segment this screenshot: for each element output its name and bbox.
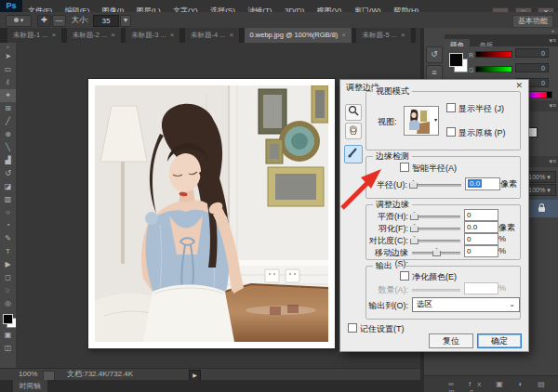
subtract-from-selection-button[interactable]: —: [52, 15, 66, 27]
shift-edge-input[interactable]: 0: [464, 245, 498, 257]
brush-tool[interactable]: ╲: [0, 141, 16, 154]
feather-unit: 像素: [498, 222, 515, 234]
hand-tool[interactable]: ☞: [0, 284, 16, 297]
open-document-photo[interactable]: [88, 79, 335, 348]
screen-mode-button[interactable]: ◫: [0, 342, 16, 355]
close-tab-icon[interactable]: ×: [341, 31, 346, 39]
quick-mask-button[interactable]: ▣: [0, 329, 16, 342]
toolbar-collapse-icon[interactable]: »: [0, 43, 16, 50]
contrast-slider[interactable]: [412, 240, 460, 242]
foreground-color-swatch[interactable]: [3, 314, 13, 324]
view-mode-picker[interactable]: ▾: [404, 106, 439, 136]
shift-edge-slider[interactable]: [412, 252, 460, 255]
view-dropdown-icon[interactable]: ▾: [434, 116, 437, 123]
checkbox-icon[interactable]: [348, 323, 357, 333]
layers-bottom-toolbar[interactable]: ∞ fx ▣ ◐ ▤ ⊞ ▯: [448, 380, 558, 392]
smooth-slider-thumb[interactable]: [410, 212, 418, 220]
crop-tool[interactable]: ⊞: [0, 102, 16, 115]
smooth-input[interactable]: 0: [464, 209, 498, 221]
decontaminate-colors-checkbox[interactable]: 净化颜色(E): [400, 271, 457, 283]
green-channel-slider[interactable]: [475, 66, 512, 72]
panel-menu-icon[interactable]: ▾≡: [549, 102, 556, 110]
feather-slider-thumb[interactable]: [410, 224, 418, 232]
show-radius-checkbox[interactable]: 显示半径 (J): [446, 103, 504, 115]
tab-untitled-3[interactable]: 未标题-3 ...×: [126, 28, 180, 43]
dodge-tool[interactable]: ◔: [0, 219, 16, 232]
shift-edge-slider-thumb[interactable]: [432, 248, 441, 256]
add-to-selection-button[interactable]: ✚: [37, 15, 51, 27]
quick-selection-tool[interactable]: ✦: [0, 89, 16, 102]
tool-preset-picker[interactable]: ▾: [6, 15, 32, 27]
eyedropper-tool[interactable]: ╱: [0, 115, 16, 128]
show-original-checkbox[interactable]: 显示原稿 (P): [446, 127, 506, 139]
lasso-tool[interactable]: ℓ: [0, 76, 16, 89]
smooth-slider[interactable]: [412, 216, 460, 218]
brush-size-value[interactable]: 35: [93, 15, 119, 27]
tab-untitled-5[interactable]: 未标题-5 ...×: [356, 28, 411, 43]
options-bar: ▾ ✚ — 大小: 35 ▾: [0, 12, 558, 29]
tab-timeline[interactable]: 时间轴: [13, 380, 47, 392]
history-brush-tool[interactable]: ↺: [0, 167, 16, 180]
clone-stamp-tool[interactable]: ▟: [0, 154, 16, 167]
workspace-switcher[interactable]: 基本功能: [512, 15, 553, 28]
move-tool[interactable]: ➤: [0, 50, 16, 63]
close-tab-icon[interactable]: ×: [52, 31, 57, 39]
smooth-label: 平滑(H):: [366, 211, 408, 223]
tab-untitled-4[interactable]: 未标题-4 ...×: [185, 28, 240, 43]
shape-tool[interactable]: ◻: [0, 271, 16, 284]
close-tab-icon[interactable]: ×: [401, 31, 405, 39]
close-tab-icon[interactable]: ×: [229, 31, 233, 39]
color-swatches[interactable]: [0, 312, 16, 329]
panel-menu-icon[interactable]: ▾≡: [549, 37, 556, 45]
timeline-bar: 时间轴: [0, 380, 420, 392]
close-tab-icon[interactable]: ×: [170, 31, 175, 39]
adjust-edge-group-label: 调整边缘: [373, 200, 412, 209]
checkbox-icon[interactable]: [446, 103, 456, 112]
dock-collapse-icon[interactable]: »: [424, 28, 558, 34]
path-selection-tool[interactable]: ▶: [0, 258, 16, 271]
smart-radius-checkbox[interactable]: 智能半径(A): [400, 163, 457, 175]
output-group-label: 输出: [373, 261, 395, 270]
brush-size-dropdown[interactable]: ▾: [120, 15, 131, 27]
radius-slider[interactable]: [411, 184, 461, 187]
remember-settings-checkbox[interactable]: 记住设置(T): [348, 323, 405, 335]
dialog-hand-tool[interactable]: [345, 123, 362, 139]
tab-0-webp-active[interactable]: 0.webp.jpg @ 100%(RGB/8)×: [245, 28, 352, 43]
radius-input[interactable]: 0.0: [465, 177, 500, 190]
close-tab-icon[interactable]: ×: [111, 31, 115, 39]
tool-strip: » ➤ ▭ ℓ ✦ ⊞ ╱ ⊕ ╲ ▟ ↺ ◪ ▥ ○ ◔ ✎ T ▶ ◻ ☞ …: [0, 43, 17, 368]
adjust-edge-group: 调整边缘 平滑(H): 0 羽化(F): 0.0 像素 对比度(C): 0 % …: [365, 204, 521, 260]
type-tool[interactable]: T: [0, 245, 16, 258]
gradient-tool[interactable]: ▥: [0, 193, 16, 206]
checkbox-icon[interactable]: [446, 127, 456, 137]
pen-tool[interactable]: ✎: [0, 232, 16, 245]
healing-brush-tool[interactable]: ⊕: [0, 128, 16, 141]
zoom-tool[interactable]: ◎: [0, 297, 16, 310]
dialog-zoom-tool[interactable]: [345, 104, 362, 121]
eraser-tool[interactable]: ◪: [0, 180, 16, 193]
feather-slider[interactable]: [412, 228, 460, 230]
document-size-info: 文档:732.4K/732.4K: [67, 369, 133, 380]
blur-tool[interactable]: ○: [0, 206, 16, 219]
history-panel-icon[interactable]: ↺: [426, 46, 443, 63]
reset-button[interactable]: 复位: [429, 333, 473, 348]
zoom-level[interactable]: 100%: [19, 369, 37, 380]
red-channel-value[interactable]: 0: [515, 48, 549, 58]
tab-untitled-2[interactable]: 未标题-2 ...×: [67, 28, 122, 43]
foreground-color-swatch[interactable]: [449, 53, 463, 67]
feather-input[interactable]: 0.0: [464, 221, 498, 233]
dialog-close-icon[interactable]: ✕: [515, 81, 523, 90]
refine-radius-brush-tool[interactable]: [344, 145, 363, 163]
red-channel-slider[interactable]: [475, 51, 512, 58]
marquee-tool[interactable]: ▭: [0, 63, 16, 76]
checkbox-icon[interactable]: [400, 271, 409, 281]
checkbox-icon[interactable]: [400, 163, 409, 172]
layers-panel-menu-icon[interactable]: ▾≡: [549, 158, 556, 165]
radius-slider-thumb[interactable]: [409, 180, 418, 189]
output-to-select[interactable]: 选区 ⌄: [412, 297, 520, 312]
ok-button[interactable]: 确定: [477, 333, 522, 348]
tab-untitled-1[interactable]: 未标题-1 ...×: [7, 28, 62, 43]
contrast-input[interactable]: 0: [464, 233, 498, 245]
green-channel-value[interactable]: 0: [515, 63, 549, 72]
contrast-slider-thumb[interactable]: [410, 236, 418, 244]
